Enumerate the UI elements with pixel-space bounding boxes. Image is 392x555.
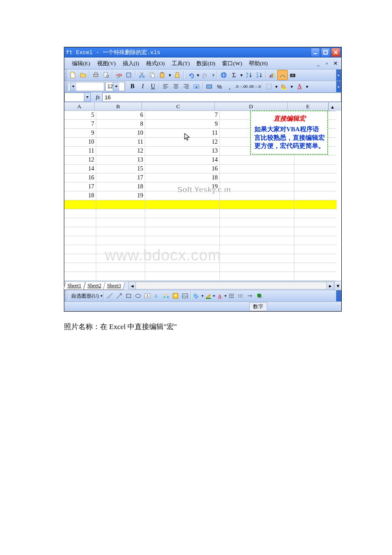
cell[interactable] — [220, 254, 294, 263]
scroll-down-button[interactable]: ▾ — [334, 281, 341, 290]
cell[interactable] — [294, 200, 337, 209]
cell[interactable] — [294, 245, 337, 254]
cell[interactable] — [145, 227, 220, 236]
cell[interactable]: 13 — [145, 147, 220, 156]
italic-icon[interactable]: I — [138, 81, 148, 92]
cell[interactable] — [96, 200, 145, 209]
camera-icon[interactable] — [288, 70, 298, 80]
name-box[interactable] — [64, 92, 91, 102]
cell[interactable]: 12 — [145, 138, 220, 147]
cell[interactable]: 11 — [64, 147, 96, 156]
cell[interactable] — [145, 254, 220, 263]
fill-color-icon[interactable] — [279, 81, 289, 92]
cell[interactable] — [145, 272, 220, 281]
font-color-icon[interactable]: A — [294, 81, 305, 92]
cell[interactable] — [96, 227, 145, 236]
cell[interactable] — [294, 191, 337, 200]
cell[interactable] — [96, 236, 145, 245]
cell[interactable]: 16 — [145, 165, 220, 173]
arrow-style-icon[interactable] — [245, 291, 255, 301]
cell[interactable] — [64, 209, 96, 218]
cell[interactable] — [64, 272, 96, 281]
oval-tool-icon[interactable] — [133, 291, 143, 301]
cell[interactable] — [220, 209, 294, 218]
redo-dropdown-icon[interactable]: ▾ — [211, 70, 216, 80]
comma-icon[interactable]: , — [225, 81, 235, 92]
cell[interactable] — [96, 263, 145, 272]
sort-asc-icon[interactable]: AZ — [244, 70, 254, 80]
undo-dropdown-icon[interactable]: ▾ — [196, 70, 201, 80]
menu-insert[interactable]: 插入(I) — [119, 59, 143, 68]
cell[interactable] — [220, 182, 294, 191]
cell[interactable] — [64, 263, 96, 272]
menu-window[interactable]: 窗口(W) — [219, 59, 245, 68]
column-header[interactable]: A — [64, 102, 95, 111]
dash-style-icon[interactable] — [236, 291, 245, 301]
line-style-icon[interactable] — [227, 291, 236, 301]
autosum-icon[interactable]: Σ — [229, 70, 239, 80]
align-left-icon[interactable] — [161, 81, 171, 92]
cell[interactable] — [145, 245, 220, 254]
cell[interactable] — [294, 165, 337, 173]
chart-wizard-icon[interactable] — [267, 70, 277, 80]
cell[interactable]: 6 — [96, 111, 145, 120]
cell[interactable] — [220, 218, 294, 227]
cell[interactable] — [96, 245, 145, 254]
cell[interactable]: 15 — [96, 165, 145, 173]
cell[interactable] — [294, 254, 337, 263]
spell-check-icon[interactable]: ABC — [114, 70, 124, 80]
cell[interactable]: 19 — [145, 182, 220, 191]
open-file-icon[interactable] — [78, 70, 88, 80]
cell[interactable]: 12 — [96, 147, 145, 156]
toolbar-options-icon[interactable] — [336, 290, 341, 301]
percent-icon[interactable]: % — [214, 81, 225, 92]
merge-center-icon[interactable]: a — [191, 81, 202, 92]
align-center-icon[interactable] — [171, 81, 181, 92]
copy-icon[interactable] — [147, 70, 157, 80]
doc-close-button[interactable]: ✕ — [332, 60, 339, 67]
font-size-dropdown[interactable]: 12 — [105, 82, 125, 91]
toolbar-handle[interactable] — [65, 69, 67, 81]
cell[interactable]: 17 — [64, 182, 96, 191]
cell[interactable]: 18 — [96, 182, 145, 191]
hyperlink-icon[interactable] — [219, 70, 229, 80]
cell[interactable]: 10 — [64, 138, 96, 147]
drawing-toggle-icon[interactable] — [277, 70, 288, 80]
cell[interactable] — [64, 245, 96, 254]
minimize-button[interactable] — [311, 48, 320, 57]
cell[interactable] — [96, 272, 145, 281]
print-preview-icon[interactable] — [101, 70, 111, 80]
decrease-decimal-icon[interactable]: .00→.0 — [248, 81, 261, 92]
cell[interactable] — [220, 156, 294, 165]
doc-restore-button[interactable]: ▫ — [323, 60, 330, 67]
column-header[interactable]: B — [95, 102, 142, 111]
autoshapes-menu[interactable]: 自选图形(U) — [69, 292, 101, 300]
cell[interactable]: 11 — [96, 138, 145, 147]
paste-icon[interactable] — [157, 70, 167, 80]
cell[interactable] — [145, 263, 220, 272]
column-header[interactable]: C — [142, 102, 215, 111]
wordart-icon[interactable]: A — [152, 291, 161, 301]
fill-color-icon[interactable] — [192, 291, 202, 301]
sheet-tab[interactable]: Sheet2 — [83, 282, 105, 290]
cell[interactable] — [220, 263, 294, 272]
horizontal-scrollbar[interactable]: ◂ ▸ — [128, 281, 334, 290]
cell[interactable] — [64, 254, 96, 263]
align-right-icon[interactable] — [181, 81, 191, 92]
scroll-up-button[interactable]: ▴ — [329, 102, 336, 111]
autosum-dropdown-icon[interactable]: ▾ — [239, 70, 244, 80]
line-color-icon[interactable] — [204, 291, 213, 301]
cell[interactable] — [145, 200, 220, 209]
cell[interactable]: 14 — [145, 156, 220, 165]
sheet-tab[interactable]: Sheet1 — [63, 282, 85, 290]
cell[interactable]: 14 — [64, 165, 96, 173]
cell[interactable] — [96, 209, 145, 218]
shadow-style-icon[interactable] — [255, 291, 264, 301]
cell[interactable] — [294, 209, 337, 218]
fx-label[interactable]: fx — [96, 94, 100, 101]
toolbar-options-icon[interactable]: ▸ — [336, 81, 341, 92]
cell[interactable]: 11 — [145, 129, 220, 138]
cell[interactable]: 16 — [64, 173, 96, 182]
toolbar-handle[interactable] — [64, 290, 66, 301]
textbox-tool-icon[interactable]: A — [143, 291, 152, 301]
